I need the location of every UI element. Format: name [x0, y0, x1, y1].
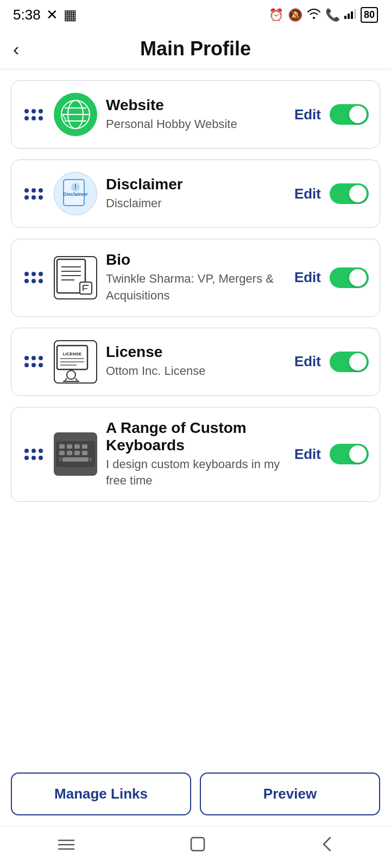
disclaimer-toggle-knob [349, 185, 367, 202]
license-card: LICENSE License Ottom Inc. License Edit [11, 328, 380, 396]
signal-icon [344, 8, 356, 22]
status-bar: 5:38 ✕ ▦ ⏰ 🔕 📞 80 [0, 0, 391, 28]
disclaimer-title: Disclaimer [106, 176, 286, 193]
bio-actions: Edit [294, 267, 369, 288]
svg-rect-35 [74, 444, 80, 449]
keyboards-edit-button[interactable]: Edit [294, 446, 321, 463]
nav-menu-icon[interactable] [56, 837, 76, 857]
keyboards-text: A Range of Custom Keyboards I design cus… [106, 419, 286, 490]
x-icon: ✕ [46, 7, 58, 23]
keyboards-toggle[interactable] [330, 444, 369, 464]
keyboard-icon [54, 432, 97, 476]
license-icon: LICENSE [54, 340, 97, 384]
license-actions: Edit [294, 352, 369, 372]
svg-point-28 [67, 371, 75, 379]
battery-indicator: 80 [361, 7, 378, 23]
svg-rect-34 [67, 444, 72, 449]
svg-rect-47 [191, 838, 204, 851]
svg-rect-3 [354, 9, 356, 19]
svg-rect-1 [348, 14, 350, 19]
svg-text:!: ! [74, 183, 77, 191]
svg-rect-37 [59, 451, 65, 455]
bio-title: Bio [106, 251, 286, 269]
svg-rect-40 [82, 451, 87, 455]
svg-rect-42 [59, 457, 61, 462]
page-header: ‹ Main Profile [0, 28, 391, 69]
calendar-icon: ▦ [64, 7, 77, 23]
license-edit-button[interactable]: Edit [294, 353, 321, 370]
keyboards-toggle-knob [349, 445, 367, 463]
status-right: ⏰ 🔕 📞 80 [269, 7, 378, 23]
disclaimer-icon: Disclaimer ! [54, 172, 97, 215]
svg-rect-39 [74, 451, 80, 455]
keyboards-actions: Edit [294, 444, 369, 464]
mute-icon: 🔕 [288, 8, 302, 22]
nav-home-icon[interactable] [189, 835, 206, 857]
license-title: License [106, 343, 286, 361]
license-toggle-knob [349, 353, 367, 371]
bio-edit-button[interactable]: Edit [294, 269, 321, 286]
website-edit-button[interactable]: Edit [294, 106, 321, 123]
svg-rect-41 [62, 457, 89, 462]
svg-text:LICENSE: LICENSE [63, 352, 82, 356]
drag-handle-license[interactable] [22, 354, 45, 369]
drag-handle-bio[interactable] [22, 270, 45, 285]
disclaimer-text: Disclaimer Disclaimer [106, 176, 286, 212]
manage-links-button[interactable]: Manage Links [11, 773, 191, 815]
license-toggle[interactable] [330, 352, 369, 372]
status-left: 5:38 ✕ ▦ [13, 7, 77, 23]
back-button[interactable]: ‹ [13, 39, 19, 60]
bio-toggle-knob [349, 269, 367, 286]
website-toggle-knob [349, 106, 367, 123]
svg-rect-36 [82, 444, 87, 449]
svg-rect-19 [80, 282, 92, 294]
page-title: Main Profile [140, 37, 251, 60]
svg-rect-2 [351, 11, 353, 19]
keyboards-title: A Range of Custom Keyboards [106, 419, 286, 454]
wifi-icon [307, 8, 321, 22]
svg-rect-23 [57, 346, 87, 369]
disclaimer-toggle[interactable] [330, 183, 369, 204]
svg-rect-0 [344, 16, 346, 19]
disclaimer-edit-button[interactable]: Edit [294, 186, 321, 202]
website-text: Website Personal Hobby Website [106, 97, 286, 133]
svg-rect-38 [67, 451, 72, 455]
keyboards-card: A Range of Custom Keyboards I design cus… [11, 407, 380, 502]
drag-handle-website[interactable] [22, 107, 45, 123]
svg-text:Disclaimer: Disclaimer [63, 192, 88, 197]
bio-toggle[interactable] [330, 267, 369, 288]
disclaimer-actions: Edit [294, 183, 369, 204]
bio-card: Bio Twinkle Sharma: VP, Mergers & Acquis… [11, 239, 380, 317]
website-actions: Edit [294, 104, 369, 125]
bio-text: Bio Twinkle Sharma: VP, Mergers & Acquis… [106, 251, 286, 304]
website-card: Website Personal Hobby Website Edit [11, 80, 380, 149]
drag-handle-disclaimer[interactable] [22, 186, 45, 202]
website-icon [54, 93, 97, 136]
nav-back-icon[interactable] [319, 835, 335, 857]
svg-rect-33 [59, 444, 65, 449]
svg-rect-43 [90, 457, 92, 462]
time: 5:38 [13, 7, 41, 23]
preview-button[interactable]: Preview [200, 773, 380, 815]
bio-icon [54, 256, 97, 299]
drag-handle-keyboards[interactable] [22, 446, 45, 462]
nav-bar [0, 826, 391, 868]
svg-line-9 [62, 114, 66, 120]
keyboards-subtitle: I design custom keyboards in my free tim… [106, 456, 286, 490]
website-title: Website [106, 97, 286, 114]
content-area: Website Personal Hobby Website Edit Disc… [0, 69, 391, 760]
call-icon: 📞 [325, 8, 340, 22]
alarm-icon: ⏰ [269, 8, 283, 22]
disclaimer-subtitle: Disclaimer [106, 195, 286, 212]
bottom-buttons: Manage Links Preview [0, 760, 391, 826]
website-toggle[interactable] [330, 104, 369, 125]
disclaimer-card: Disclaimer ! Disclaimer Disclaimer Edit [11, 159, 380, 228]
license-text: License Ottom Inc. License [106, 343, 286, 380]
bio-subtitle: Twinkle Sharma: VP, Mergers & Acquisitio… [106, 271, 286, 304]
license-subtitle: Ottom Inc. License [106, 363, 286, 380]
website-subtitle: Personal Hobby Website [106, 116, 286, 133]
